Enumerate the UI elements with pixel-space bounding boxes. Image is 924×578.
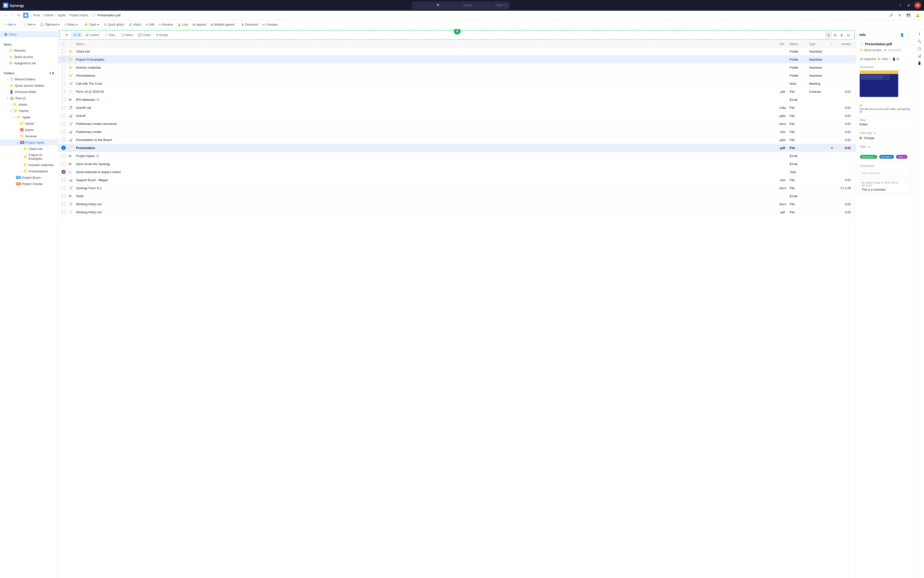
row-checkbox[interactable] [61, 57, 66, 62]
table-row[interactable]: 📊 Support Excel - Megan .xlsx File 0.01 [58, 176, 856, 184]
sidebar-recents[interactable]: 🕐 Recents [0, 47, 58, 54]
table-row[interactable]: 📄 Form 10-Q 2024-03 .pdf File Contract 0… [58, 88, 856, 96]
row-checkbox[interactable] [61, 97, 66, 102]
row-checkbox[interactable] [61, 194, 66, 198]
sidebar-admin2[interactable]: › 📁 Admin [0, 120, 58, 127]
table-row[interactable]: 📝 Call with Tim Cook Note Meeting [58, 80, 856, 88]
table-row[interactable]: ✉ Save email into Synergy Email [58, 160, 856, 168]
tag-europe[interactable]: Europe × [879, 155, 894, 159]
col-header-object[interactable]: Object [789, 42, 809, 46]
view-grid[interactable]: ⊞ [839, 32, 845, 38]
sidebar-project-charlie[interactable]: › PC Project Charlie [0, 181, 58, 187]
row-checkbox[interactable] [61, 73, 66, 78]
table-row[interactable]: 🎵 Kickoff call .m4a File 0.01 [58, 104, 856, 112]
comment-input[interactable]: Add comment... [859, 169, 911, 177]
sidebar-client-info[interactable]: › 📁 Client info [0, 146, 58, 152]
view-large[interactable]: ⊟ [845, 32, 851, 38]
info-panel-icon-2[interactable]: 🔍 [917, 39, 922, 44]
table-row[interactable]: 📝 Synergy Form S-1 .docx File C+1.00 [58, 184, 856, 192]
subscribe-button[interactable]: 📧 Subscribe [883, 49, 901, 52]
table-row[interactable]: 📊 Kickoff .pptx File 0.01 [58, 112, 856, 120]
info-panel-icon-1[interactable]: ℹ [917, 31, 922, 37]
filter-all[interactable]: ☰ All [71, 32, 83, 38]
col-header-name[interactable]: Name ↓ [76, 42, 775, 46]
rename-button[interactable]: ✏ Rename [157, 22, 175, 27]
filter-chats[interactable]: 💬 Chats [136, 32, 153, 38]
help-icon[interactable]: ? [898, 3, 903, 8]
sidebar-clients[interactable]: ▾ 📁 Clients [0, 108, 58, 114]
row-checkbox[interactable] [61, 106, 66, 110]
filter-emails[interactable]: ✉ Emails [154, 32, 171, 38]
info-person-icon[interactable]: 👤 [900, 32, 905, 37]
table-row[interactable]: 📊 Preliminary model .xlsx File 0.01 [58, 128, 856, 136]
sidebar-apple[interactable]: ▾ 📁 Apple [0, 114, 58, 120]
item-button[interactable]: 📄 Item ▾ [21, 22, 37, 27]
view-split[interactable]: ⊟ [832, 32, 838, 38]
row-checkbox[interactable] [61, 202, 66, 206]
row-checkbox[interactable] [61, 81, 66, 86]
table-row[interactable]: 📄 Working Party List .pdf File 0.02 [58, 208, 856, 216]
row-checkbox[interactable] [61, 49, 66, 54]
row-checkbox[interactable] [61, 122, 66, 126]
bc-clients[interactable]: Clients [44, 13, 54, 17]
table-row[interactable]: ✓ ☑ Send materials to Apple's board Task [58, 168, 856, 176]
folders-toggle[interactable]: ℹ ⚙ [50, 71, 54, 75]
filter-files[interactable]: 📄 Files [102, 32, 118, 38]
table-row[interactable]: ✉ Project Alpha 📎 Email [58, 152, 856, 160]
new-button[interactable]: + New ▾ [3, 22, 18, 27]
row-checkbox[interactable]: ✓ [61, 170, 66, 174]
tags-edit-button[interactable]: ✏ [868, 145, 871, 149]
quick-attach-button[interactable]: 📎 Quick attach [101, 22, 126, 27]
append-button[interactable]: ⊞ Append [191, 22, 208, 27]
sidebar-demo[interactable]: › D Demo [0, 127, 58, 133]
sidebar-invoices[interactable]: › 📁 Invoices [0, 133, 58, 139]
row-checkbox[interactable] [61, 162, 66, 166]
clipboard-button[interactable]: 📋 Clipboard ▾ [38, 22, 61, 27]
row-checkbox[interactable] [61, 65, 66, 70]
sidebar-investor[interactable]: › 📁 Investor materials [0, 162, 58, 168]
table-row[interactable]: 📝 Working Party List .docx File 0.02 [58, 200, 856, 208]
sidebar-project-bravo[interactable]: › PB Project Bravo [0, 174, 58, 181]
col-header-version[interactable]: Version [836, 42, 853, 46]
refresh-button[interactable]: ↻ [16, 13, 21, 18]
bc-project-alpha[interactable]: Project Alpha [70, 13, 88, 17]
bc-save-icon[interactable]: 💾 [905, 13, 912, 18]
info-expand-icon[interactable]: ⛶ [906, 32, 911, 37]
search-bar[interactable]: 🔍 Search Cmd + S [412, 2, 510, 9]
attach-button[interactable]: 🔗 Attach [127, 22, 143, 27]
share-button[interactable]: ↗ Share ▾ [62, 22, 80, 27]
tag-asia-remove[interactable]: × [904, 155, 906, 158]
comment-close-button[interactable]: × [907, 181, 909, 187]
sidebar-project-alpha[interactable]: ▾ PA Project Alpha [0, 139, 58, 146]
sidebar-quick-access[interactable]: ⭐ Quick access [0, 54, 58, 60]
tag-americas-remove[interactable]: × [874, 155, 875, 158]
row-checkbox[interactable] [61, 89, 66, 94]
settings-icon[interactable]: ⚙ [906, 3, 911, 8]
hyperlink-link[interactable]: 🔗 Hyperlink [859, 57, 876, 61]
info-panel-icon-5[interactable]: 📱 [917, 60, 922, 66]
filter-notes[interactable]: 📝 Notes [119, 32, 135, 38]
back-button[interactable]: ← [3, 13, 8, 18]
quick-access-button[interactable]: ⭐ Quick access [859, 49, 882, 52]
sidebar-quick-access-folders[interactable]: › ⭐ Quick access folders [0, 82, 58, 89]
avatar[interactable]: JR [914, 2, 921, 9]
table-row[interactable]: 📊 Presentation to the Board .pptx File 0… [58, 136, 856, 144]
edit-button[interactable]: ✏ Edit [144, 22, 156, 27]
bc-download-icon[interactable]: ⬇ [897, 13, 903, 18]
bc-apple[interactable]: Apple [57, 13, 65, 17]
sidebar-assigned[interactable]: ☑ Assigned to me [0, 60, 58, 66]
download-button[interactable]: ⬇ Download [240, 22, 260, 27]
table-row[interactable]: ✉ Test0 Email [58, 192, 856, 200]
row-checkbox[interactable] [61, 210, 66, 214]
multiple-append-button[interactable]: ⊞ Multiple append [209, 22, 237, 27]
tag-asia[interactable]: Asia × [896, 155, 908, 159]
info-panel-icon-3[interactable]: 📋 [917, 46, 922, 51]
sidebar-root[interactable]: ▾ 🏠 Root (/) [0, 95, 58, 101]
table-row[interactable]: 📁 Presentations Folder Standard [58, 71, 856, 80]
table-row[interactable]: ✉ IPO Materials 📎 Email [58, 96, 856, 104]
tag-europe-remove[interactable]: × [891, 155, 892, 158]
row-checkbox[interactable] [61, 130, 66, 134]
col-header-ext[interactable]: Ext. [775, 42, 789, 46]
sidebar-foqum-ai[interactable]: › 📁 Foqum AI Examples [0, 152, 58, 162]
id-link[interactable]: 📱 ID [892, 57, 900, 61]
